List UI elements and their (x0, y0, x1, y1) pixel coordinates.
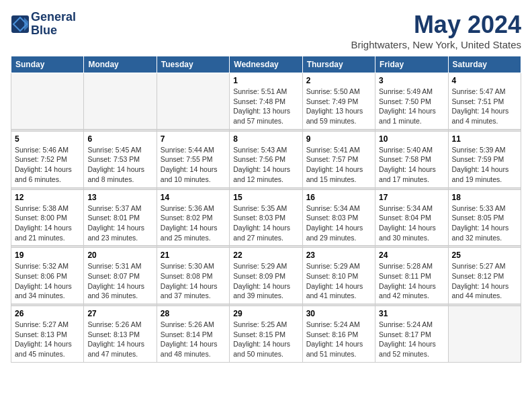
day-number: 22 (233, 250, 298, 260)
calendar-cell: 8Sunrise: 5:43 AM Sunset: 7:56 PM Daylig… (230, 131, 302, 187)
calendar-cell: 12Sunrise: 5:38 AM Sunset: 8:00 PM Dayli… (11, 189, 84, 246)
page-header: General Blue May 2024 Brightwaters, New … (11, 11, 521, 50)
calendar-cell: 28Sunrise: 5:26 AM Sunset: 8:14 PM Dayli… (157, 306, 229, 363)
calendar-cell (157, 73, 229, 130)
calendar-cell: 4Sunrise: 5:47 AM Sunset: 7:51 PM Daylig… (448, 73, 521, 130)
month-title: May 2024 (351, 11, 521, 39)
day-info: Sunrise: 5:35 AM Sunset: 8:03 PM Dayligh… (233, 203, 298, 243)
day-number: 17 (379, 193, 444, 202)
day-info: Sunrise: 5:32 AM Sunset: 8:06 PM Dayligh… (15, 261, 80, 301)
calendar-cell: 9Sunrise: 5:41 AM Sunset: 7:57 PM Daylig… (302, 131, 375, 187)
calendar-week-3: 12Sunrise: 5:38 AM Sunset: 8:00 PM Dayli… (11, 189, 521, 246)
day-info: Sunrise: 5:29 AM Sunset: 8:10 PM Dayligh… (306, 261, 371, 301)
calendar-cell: 19Sunrise: 5:32 AM Sunset: 8:06 PM Dayli… (11, 248, 84, 304)
calendar-cell: 30Sunrise: 5:24 AM Sunset: 8:16 PM Dayli… (302, 306, 375, 363)
calendar-week-1: 1Sunrise: 5:51 AM Sunset: 7:48 PM Daylig… (11, 73, 521, 130)
calendar-cell: 23Sunrise: 5:29 AM Sunset: 8:10 PM Dayli… (302, 248, 375, 304)
day-number: 8 (233, 134, 298, 144)
day-number: 30 (306, 309, 371, 318)
calendar-cell (84, 73, 157, 130)
day-info: Sunrise: 5:37 AM Sunset: 8:01 PM Dayligh… (87, 203, 152, 243)
calendar-table: SundayMondayTuesdayWednesdayThursdayFrid… (11, 56, 521, 363)
calendar-cell: 31Sunrise: 5:24 AM Sunset: 8:17 PM Dayli… (375, 306, 448, 363)
day-info: Sunrise: 5:51 AM Sunset: 7:48 PM Dayligh… (233, 87, 298, 126)
calendar-cell: 29Sunrise: 5:25 AM Sunset: 8:15 PM Dayli… (230, 306, 302, 363)
calendar-cell: 3Sunrise: 5:49 AM Sunset: 7:50 PM Daylig… (375, 73, 448, 130)
day-number: 23 (306, 250, 371, 260)
calendar-week-5: 26Sunrise: 5:27 AM Sunset: 8:13 PM Dayli… (11, 306, 521, 363)
day-header-wednesday: Wednesday (230, 56, 302, 73)
calendar-cell: 13Sunrise: 5:37 AM Sunset: 8:01 PM Dayli… (84, 189, 157, 246)
day-number: 24 (379, 250, 444, 260)
day-info: Sunrise: 5:46 AM Sunset: 7:52 PM Dayligh… (15, 145, 80, 185)
day-info: Sunrise: 5:45 AM Sunset: 7:53 PM Dayligh… (87, 145, 152, 185)
day-info: Sunrise: 5:50 AM Sunset: 7:49 PM Dayligh… (306, 87, 371, 126)
day-info: Sunrise: 5:28 AM Sunset: 8:11 PM Dayligh… (379, 261, 444, 301)
day-info: Sunrise: 5:34 AM Sunset: 8:03 PM Dayligh… (306, 203, 371, 243)
calendar-cell: 5Sunrise: 5:46 AM Sunset: 7:52 PM Daylig… (11, 131, 84, 187)
calendar-cell: 20Sunrise: 5:31 AM Sunset: 8:07 PM Dayli… (84, 248, 157, 304)
logo-icon (11, 15, 30, 34)
day-header-tuesday: Tuesday (157, 56, 229, 73)
day-info: Sunrise: 5:24 AM Sunset: 8:17 PM Dayligh… (379, 320, 444, 359)
day-info: Sunrise: 5:49 AM Sunset: 7:50 PM Dayligh… (379, 87, 444, 126)
day-info: Sunrise: 5:27 AM Sunset: 8:13 PM Dayligh… (15, 320, 80, 359)
day-info: Sunrise: 5:39 AM Sunset: 7:59 PM Dayligh… (452, 145, 517, 185)
day-number: 7 (161, 134, 226, 144)
day-info: Sunrise: 5:26 AM Sunset: 8:14 PM Dayligh… (161, 320, 226, 359)
calendar-cell: 24Sunrise: 5:28 AM Sunset: 8:11 PM Dayli… (375, 248, 448, 304)
day-info: Sunrise: 5:25 AM Sunset: 8:15 PM Dayligh… (233, 320, 298, 359)
logo-line1: General (31, 11, 76, 24)
day-number: 13 (87, 193, 152, 202)
calendar-cell: 15Sunrise: 5:35 AM Sunset: 8:03 PM Dayli… (230, 189, 302, 246)
day-info: Sunrise: 5:34 AM Sunset: 8:04 PM Dayligh… (379, 203, 444, 243)
day-number: 26 (15, 309, 80, 318)
day-number: 21 (161, 250, 226, 260)
day-number: 4 (452, 76, 517, 85)
logo-line2: Blue (31, 24, 76, 38)
calendar-header-row: SundayMondayTuesdayWednesdayThursdayFrid… (11, 56, 521, 73)
day-number: 16 (306, 193, 371, 202)
calendar-cell: 2Sunrise: 5:50 AM Sunset: 7:49 PM Daylig… (302, 73, 375, 130)
day-info: Sunrise: 5:43 AM Sunset: 7:56 PM Dayligh… (233, 145, 298, 185)
day-number: 9 (306, 134, 371, 144)
day-number: 27 (87, 309, 152, 318)
calendar-cell: 11Sunrise: 5:39 AM Sunset: 7:59 PM Dayli… (448, 131, 521, 187)
calendar-cell (11, 73, 84, 130)
day-header-saturday: Saturday (448, 56, 521, 73)
calendar-cell: 27Sunrise: 5:26 AM Sunset: 8:13 PM Dayli… (84, 306, 157, 363)
logo: General Blue (11, 11, 76, 38)
day-info: Sunrise: 5:41 AM Sunset: 7:57 PM Dayligh… (306, 145, 371, 185)
calendar-week-2: 5Sunrise: 5:46 AM Sunset: 7:52 PM Daylig… (11, 131, 521, 187)
location: Brightwaters, New York, United States (351, 39, 521, 50)
day-number: 2 (306, 76, 371, 85)
day-info: Sunrise: 5:47 AM Sunset: 7:51 PM Dayligh… (452, 87, 517, 126)
day-header-monday: Monday (84, 56, 157, 73)
calendar-cell: 17Sunrise: 5:34 AM Sunset: 8:04 PM Dayli… (375, 189, 448, 246)
day-number: 25 (452, 250, 517, 260)
day-number: 19 (15, 250, 80, 260)
day-number: 3 (379, 76, 444, 85)
day-info: Sunrise: 5:24 AM Sunset: 8:16 PM Dayligh… (306, 320, 371, 359)
day-header-friday: Friday (375, 56, 448, 73)
day-info: Sunrise: 5:31 AM Sunset: 8:07 PM Dayligh… (87, 261, 152, 301)
calendar-cell: 14Sunrise: 5:36 AM Sunset: 8:02 PM Dayli… (157, 189, 229, 246)
day-number: 6 (87, 134, 152, 144)
day-header-sunday: Sunday (11, 56, 84, 73)
day-number: 12 (15, 193, 80, 202)
day-number: 28 (161, 309, 226, 318)
day-info: Sunrise: 5:29 AM Sunset: 8:09 PM Dayligh… (233, 261, 298, 301)
day-info: Sunrise: 5:36 AM Sunset: 8:02 PM Dayligh… (161, 203, 226, 243)
calendar-cell: 6Sunrise: 5:45 AM Sunset: 7:53 PM Daylig… (84, 131, 157, 187)
day-number: 10 (379, 134, 444, 144)
day-number: 31 (379, 309, 444, 318)
day-info: Sunrise: 5:26 AM Sunset: 8:13 PM Dayligh… (87, 320, 152, 359)
day-info: Sunrise: 5:40 AM Sunset: 7:58 PM Dayligh… (379, 145, 444, 185)
calendar-cell: 22Sunrise: 5:29 AM Sunset: 8:09 PM Dayli… (230, 248, 302, 304)
calendar-cell: 18Sunrise: 5:33 AM Sunset: 8:05 PM Dayli… (448, 189, 521, 246)
day-number: 1 (233, 76, 298, 85)
calendar-cell: 16Sunrise: 5:34 AM Sunset: 8:03 PM Dayli… (302, 189, 375, 246)
day-info: Sunrise: 5:27 AM Sunset: 8:12 PM Dayligh… (452, 261, 517, 301)
day-number: 14 (161, 193, 226, 202)
calendar-cell: 26Sunrise: 5:27 AM Sunset: 8:13 PM Dayli… (11, 306, 84, 363)
